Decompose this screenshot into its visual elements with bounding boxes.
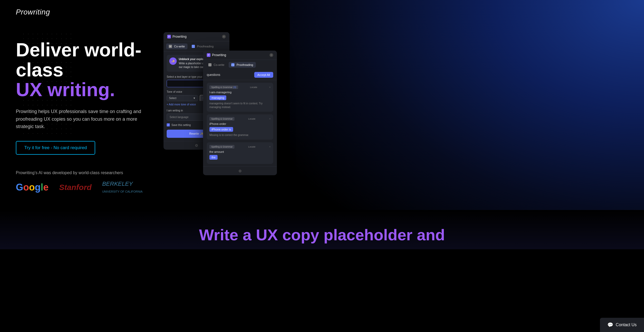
proof-settings-icon[interactable]: ⚙ bbox=[238, 169, 242, 173]
tab-cowrite[interactable]: ✏ Co-write bbox=[166, 43, 188, 49]
researchers-label: Prowriting's AI was developed by world-c… bbox=[16, 170, 148, 175]
suggestion-header-2: Spelling & Grammar Locate × bbox=[209, 117, 271, 121]
header: Prowriting bbox=[0, 0, 644, 24]
proof-icon-main: ✓✓ bbox=[231, 63, 234, 66]
plugin-title: Prowriting bbox=[172, 35, 186, 38]
logo: Prowriting bbox=[16, 8, 628, 16]
contact-us-label: Contact Us bbox=[616, 323, 637, 327]
plugin-tabs: ✏ Co-write ✓✓ Proofreading bbox=[164, 41, 229, 52]
bottom-headline: Write a UX copy placeholder and bbox=[199, 226, 445, 244]
tone-select[interactable]: Select ▼ bbox=[167, 95, 198, 101]
suggestion-original-3: the amount bbox=[209, 150, 271, 153]
suggestion-original-1: I-am-managering bbox=[209, 91, 271, 94]
berkeley-logo: BERKELEYUNIVERSITY OF CALIFORNIA bbox=[102, 180, 142, 194]
proof-tabs: ✏ Co-write ✓✓ Proofreading bbox=[203, 60, 277, 70]
pen-icon-proof: ✏ bbox=[208, 63, 212, 66]
plugin-logo-icon: P bbox=[167, 35, 171, 38]
headline-line1: Deliver world-class bbox=[16, 40, 148, 80]
proof-icon-small: ✓✓ bbox=[192, 45, 195, 48]
researchers-section: Prowriting's AI was developed by world-c… bbox=[16, 170, 148, 194]
tab-proofreading-small[interactable]: ✓✓ Proofreading bbox=[189, 43, 216, 49]
plugin-close-button[interactable]: × bbox=[222, 35, 226, 38]
close-suggestion-1[interactable]: × bbox=[269, 86, 271, 89]
contact-us-bar[interactable]: 💬 Contact Us bbox=[600, 318, 644, 332]
proof-questions-label: questions bbox=[207, 73, 220, 77]
suggestion-replacement-1[interactable]: managing bbox=[209, 95, 226, 100]
proof-body: Spelling & Grammar (3) Locate × I-am-man… bbox=[203, 80, 277, 167]
suggestion-tag-3: Spelling & Grammar bbox=[209, 145, 234, 149]
headline: Deliver world-class UX writing. bbox=[16, 40, 148, 100]
info-icon: ✨ bbox=[169, 57, 177, 65]
stanford-logo: Stanford bbox=[59, 183, 92, 192]
close-suggestion-2[interactable]: × bbox=[269, 118, 271, 120]
cta-button[interactable]: Try it for free - No card required bbox=[16, 141, 95, 155]
page-wrapper: Prowriting Deliver world-class UX writin… bbox=[0, 0, 644, 332]
suggestion-replacement-3[interactable]: the bbox=[209, 155, 218, 160]
logos-row: Google Stanford BERKELEYUNIVERSITY OF CA… bbox=[16, 180, 148, 194]
bottom-section: Write a UX copy placeholder and bbox=[0, 210, 644, 249]
subheadline: Prowriting helps UX professionals save t… bbox=[16, 108, 142, 130]
save-label: Save this setting bbox=[171, 124, 191, 126]
chevron-down-icon: ▼ bbox=[193, 97, 196, 100]
suggestion-tag-2: Spelling & Grammar bbox=[209, 117, 234, 121]
suggestion-replacement-2[interactable]: iPhone order is bbox=[209, 127, 233, 132]
left-section: Deliver world-class UX writing. Prowriti… bbox=[16, 30, 148, 194]
suggestion-header-1: Spelling & Grammar (3) Locate × bbox=[209, 85, 271, 89]
proof-title: Prowriting bbox=[212, 53, 226, 57]
proof-logo-icon: P bbox=[207, 53, 210, 57]
pen-icon: ✏ bbox=[169, 45, 172, 48]
proof-header-row: questions Accept All bbox=[203, 70, 277, 80]
accept-all-button[interactable]: Accept All bbox=[254, 72, 273, 78]
plugin-titlebar: P Prowriting × bbox=[164, 32, 229, 41]
locate-button-2[interactable]: Locate bbox=[248, 118, 255, 120]
tab-cowrite-proof[interactable]: ✏ Co-write bbox=[206, 62, 227, 68]
suggestion-card-3: Spelling & Grammar Locate × the amount t… bbox=[207, 142, 273, 164]
headline-line2: UX writing. bbox=[16, 80, 148, 100]
settings-icon[interactable]: ⚙ bbox=[195, 143, 198, 148]
suggestion-desc-2: Missing is to correct the grammar. bbox=[209, 133, 271, 137]
main-content: Deliver world-class UX writing. Prowriti… bbox=[0, 24, 644, 210]
proof-footer: ⚙ bbox=[203, 167, 277, 175]
suggestion-desc-1: managering doesn't seem to fit in contex… bbox=[209, 102, 271, 109]
close-suggestion-3[interactable]: × bbox=[269, 145, 271, 148]
google-logo: Google bbox=[16, 182, 49, 193]
proofreading-window: P Prowriting × ✏ Co-write ✓✓ Proofreadin… bbox=[203, 51, 277, 175]
locate-button-3[interactable]: Locate bbox=[248, 145, 255, 148]
locate-button-1[interactable]: Locate bbox=[250, 86, 257, 89]
proof-titlebar: P Prowriting × bbox=[203, 51, 277, 60]
suggestion-original-2: iPhone-order bbox=[209, 122, 271, 125]
suggestion-card-1: Spelling & Grammar (3) Locate × I-am-man… bbox=[207, 83, 273, 112]
right-section: P Prowriting × ✏ Co-write ✓✓ Proofreadin… bbox=[156, 30, 628, 193]
suggestion-card-2: Spelling & Grammar Locate × iPhone-order… bbox=[207, 114, 273, 140]
save-checkbox[interactable]: ✓ bbox=[167, 123, 170, 126]
chat-icon: 💬 bbox=[607, 322, 613, 328]
suggestion-header-3: Spelling & Grammar Locate × bbox=[209, 145, 271, 149]
proof-close-button[interactable]: × bbox=[270, 53, 273, 57]
tab-proofreading-main[interactable]: ✓✓ Proofreading bbox=[229, 62, 256, 68]
suggestion-tag-1: Spelling & Grammar (3) bbox=[209, 85, 238, 89]
